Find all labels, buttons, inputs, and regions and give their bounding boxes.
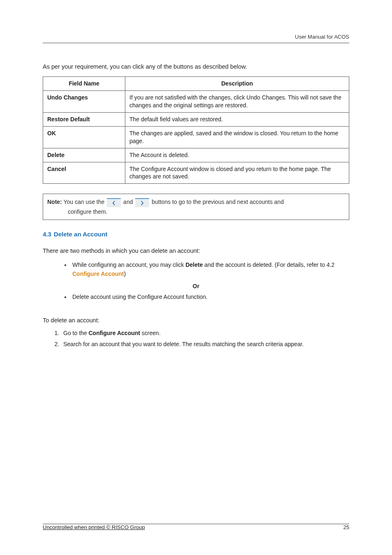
table-row: Cancel The Configure Account window is c… (43, 162, 349, 184)
note-box: Note: You can use the and buttons to go … (43, 194, 349, 220)
step1-tail: screen. (140, 330, 161, 336)
cell-desc: The changes are applied, saved and the w… (125, 126, 349, 148)
section-heading: 4.3Delete an Account (43, 231, 349, 238)
bullet1-lead: While configuring an account, you may cl… (72, 261, 185, 268)
section-number: 4.3 (43, 231, 51, 238)
note-text-2: buttons to go to the previous and next a… (150, 199, 284, 205)
note-label: Note: (47, 199, 62, 205)
footer: Uncontrolled when printed © RISCO Group … (43, 524, 349, 530)
prev-button[interactable] (107, 198, 121, 207)
note-line2: configure them. (47, 207, 345, 216)
configure-account-link[interactable]: Configure Account (72, 271, 124, 277)
next-button[interactable] (135, 198, 149, 207)
bullet1-tail: ) (124, 271, 126, 277)
section-title: Delete an Account (54, 231, 107, 238)
chevron-right-icon (140, 200, 144, 206)
bullet1-mid: and the account is deleted. (For details… (203, 261, 335, 268)
cell-field: Delete (43, 148, 125, 162)
cell-desc: The Configure Account window is closed a… (125, 162, 349, 184)
note-text-1: You can use the (62, 199, 106, 205)
th-field-name: Field Name (43, 77, 125, 91)
bullet-list-2: Delete account using the Configure Accou… (71, 293, 349, 302)
intro-text: As per your requirement, you can click a… (43, 62, 349, 71)
cell-desc: The default field values are restored. (125, 112, 349, 126)
or-separator: Or (43, 283, 349, 289)
list-item: Go to the Configure Account screen. (61, 329, 349, 338)
steps-list: Go to the Configure Account screen. Sear… (61, 329, 349, 349)
cell-desc: If you are not satisfied with the change… (125, 91, 349, 113)
list-item: Search for an account that you want to d… (61, 340, 349, 349)
header-doc-title: User Manual for ACOS (295, 34, 349, 40)
cell-desc: The Account is deleted. (125, 148, 349, 162)
paragraph-2: To delete an account: (43, 316, 349, 324)
list-item: Delete account using the Configure Accou… (71, 293, 349, 302)
cell-field: Cancel (43, 162, 125, 184)
chevron-left-icon (112, 200, 116, 206)
footer-copyright: Uncontrolled when printed © RISCO Group (43, 524, 145, 530)
list-item: While configuring an account, you may cl… (71, 261, 349, 278)
th-description: Description (125, 77, 349, 91)
page-number: 25 (344, 524, 349, 530)
table-row: Undo Changes If you are not satisfied wi… (43, 91, 349, 113)
fields-table: Field Name Description Undo Changes If y… (43, 76, 349, 184)
main-content: As per your requirement, you can click a… (43, 62, 349, 349)
table-row: OK The changes are applied, saved and th… (43, 126, 349, 148)
cell-field: Undo Changes (43, 91, 125, 113)
header-rule (43, 43, 349, 43)
bullet1-bold: Delete (185, 261, 203, 268)
bullet-list: While configuring an account, you may cl… (71, 261, 349, 278)
cell-field: Restore Default (43, 112, 125, 126)
step1-lead: Go to the (63, 330, 88, 336)
table-row: Restore Default The default field values… (43, 112, 349, 126)
table-row: Delete The Account is deleted. (43, 148, 349, 162)
paragraph-1: There are two methods in which you can d… (43, 247, 349, 255)
cell-field: OK (43, 126, 125, 148)
step1-bold: Configure Account (88, 330, 140, 336)
note-and: and (122, 199, 134, 205)
